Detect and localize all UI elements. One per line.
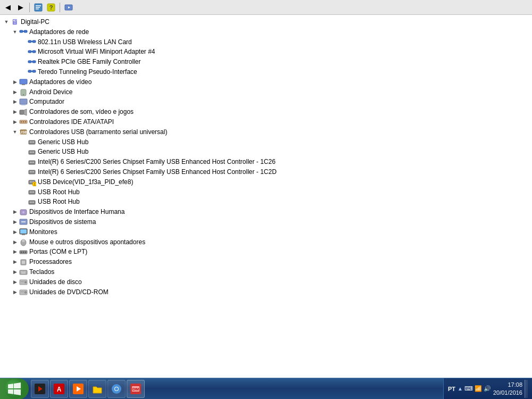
svg-rect-65 bbox=[31, 202, 32, 203]
generic-hub-1-label: Generic USB Hub bbox=[38, 138, 530, 147]
tree-item-usb-controllers[interactable]: ▼ USB Controladores USB (barramento seri… bbox=[2, 127, 530, 137]
svg-point-95 bbox=[25, 292, 26, 293]
disk-drives-toggle[interactable]: ▶ bbox=[11, 278, 19, 286]
properties-button[interactable] bbox=[32, 2, 44, 13]
device-manager-tree[interactable]: ▼ 🖥 Digital-PC ▼ Adaptadores de rede ▶ 8… bbox=[0, 15, 532, 378]
tree-item-usb-device[interactable]: ▶ ! USB Device(VID_1f3a_PID_efe8) bbox=[2, 177, 530, 187]
svg-rect-39 bbox=[31, 142, 32, 143]
mouse-toggle[interactable]: ▶ bbox=[11, 238, 19, 246]
show-desktop-button[interactable] bbox=[525, 380, 528, 398]
svg-point-26 bbox=[23, 94, 24, 95]
tree-item-dvd-rom[interactable]: ▶ Unidades de DVD/CD-ROM bbox=[2, 287, 530, 297]
svg-rect-8 bbox=[20, 30, 23, 32]
tree-item-hid[interactable]: ▶ Dispositivos de Interface Humana bbox=[2, 207, 530, 217]
svg-rect-1 bbox=[36, 5, 41, 6]
ports-toggle[interactable]: ▶ bbox=[11, 248, 19, 256]
intel-usb-1c2d-label: Intel(R) 6 Series/C200 Series Chipset Fa… bbox=[38, 168, 530, 177]
back-button[interactable]: ◀ bbox=[2, 2, 14, 13]
teredo-label: Teredo Tunneling Pseudo-Interface bbox=[38, 68, 530, 77]
tree-item-sound[interactable]: ▶ Controladores de som, vídeo e jogos bbox=[2, 107, 530, 117]
svg-rect-82 bbox=[22, 261, 25, 264]
start-button[interactable] bbox=[0, 378, 29, 400]
tree-item-video-adapters[interactable]: ▶ Adaptadores de vídeo bbox=[2, 77, 530, 87]
tree-item-android-device[interactable]: ▶ Android Device bbox=[2, 87, 530, 97]
tree-item-wifi-card[interactable]: ▶ 802.11n USB Wireless LAN Card bbox=[2, 37, 530, 47]
computer-toggle[interactable]: ▶ bbox=[11, 98, 19, 106]
disk-drives-label: Unidades de disco bbox=[29, 278, 530, 287]
processors-toggle[interactable]: ▶ bbox=[11, 258, 19, 267]
taskbar-volume-icon[interactable]: 🔊 bbox=[484, 385, 491, 392]
taskbar-lang: PT bbox=[448, 386, 455, 392]
video-adapters-toggle[interactable]: ▶ bbox=[11, 78, 19, 86]
tree-item-generic-hub-1[interactable]: ▶ Generic USB Hub bbox=[2, 137, 530, 147]
tree-item-mouse[interactable]: ▶ Mouse e outros dispositivos apontadore… bbox=[2, 237, 530, 247]
keyboard-icon bbox=[19, 268, 28, 276]
svg-marker-30 bbox=[24, 109, 27, 115]
tree-item-ide[interactable]: ▶ Controladores IDE ATA/ATAPI bbox=[2, 117, 530, 127]
tree-root[interactable]: ▼ 🖥 Digital-PC bbox=[2, 17, 530, 27]
svg-rect-73 bbox=[22, 234, 25, 235]
tree-item-virtual-wifi[interactable]: ▶ Microsoft Virtual WiFi Miniport Adapte… bbox=[2, 47, 530, 57]
system-devices-toggle[interactable]: ▶ bbox=[11, 218, 19, 226]
taskbar-app-acrobat[interactable]: A bbox=[50, 380, 68, 398]
wifi-card-label: 802.11n USB Wireless LAN Card bbox=[38, 38, 530, 47]
android-device-label: Android Device bbox=[29, 88, 530, 97]
tree-item-keyboards[interactable]: ▶ Teclados bbox=[2, 267, 530, 277]
keyboards-toggle[interactable]: ▶ bbox=[11, 268, 19, 276]
svg-rect-46 bbox=[30, 162, 31, 163]
monitors-toggle[interactable]: ▶ bbox=[11, 228, 19, 236]
svg-rect-23 bbox=[20, 79, 27, 84]
tree-item-usb-root-hub-1[interactable]: ▶ USB Root Hub bbox=[2, 187, 530, 197]
svg-rect-3 bbox=[36, 9, 39, 10]
ide-toggle[interactable]: ▶ bbox=[11, 118, 19, 126]
usb-device-label: USB Device(VID_1f3a_PID_efe8) bbox=[38, 178, 530, 187]
video-adapters-label: Adaptadores de vídeo bbox=[29, 78, 530, 87]
tree-item-disk-drives[interactable]: ▶ Unidades de disco bbox=[2, 277, 530, 287]
tree-item-ports[interactable]: ▶ Portas (COM e LPT) bbox=[2, 247, 530, 257]
android-device-toggle[interactable]: ▶ bbox=[11, 88, 19, 96]
tree-item-intel-usb-1c2d[interactable]: ▶ Intel(R) 6 Series/C200 Series Chipset … bbox=[2, 167, 530, 177]
tree-item-computer[interactable]: ▶ Computador bbox=[2, 97, 530, 107]
tree-item-intel-usb-1c26[interactable]: ▶ Intel(R) 6 Series/C200 Series Chipset … bbox=[2, 157, 530, 167]
svg-point-90 bbox=[24, 281, 27, 284]
root-toggle[interactable]: ▼ bbox=[2, 18, 11, 26]
network-adapters-toggle[interactable]: ▼ bbox=[11, 28, 19, 36]
svg-rect-88 bbox=[21, 273, 26, 274]
tree-item-system-devices[interactable]: ▶ Dispositivos de sistema bbox=[2, 217, 530, 227]
hid-toggle[interactable]: ▶ bbox=[11, 208, 19, 217]
android-icon bbox=[19, 88, 28, 96]
taskbar-app-player[interactable] bbox=[69, 380, 87, 398]
taskbar-expand-icon[interactable]: ▲ bbox=[458, 386, 463, 392]
monitor-icon bbox=[19, 228, 28, 236]
svg-rect-42 bbox=[30, 152, 31, 153]
tree-item-realtek[interactable]: ▶ Realtek PCIe GBE Family Controller bbox=[2, 57, 530, 67]
tree-item-processors[interactable]: ▶ Processadores bbox=[2, 257, 530, 267]
usb-controllers-toggle[interactable]: ▼ bbox=[11, 128, 19, 136]
svg-rect-24 bbox=[22, 84, 25, 85]
svg-rect-62 bbox=[33, 192, 34, 193]
taskbar-apps: A DM bbox=[31, 380, 443, 398]
taskbar-app-media[interactable] bbox=[31, 380, 49, 398]
taskbar-app-explorer[interactable] bbox=[88, 380, 106, 398]
usb-root-hub-1-label: USB Root Hub bbox=[38, 188, 530, 197]
help-button[interactable]: ? bbox=[45, 2, 57, 13]
taskbar-clock[interactable]: 17:08 20/01/2016 bbox=[493, 381, 522, 396]
taskbar-app-chrome[interactable] bbox=[107, 380, 126, 398]
svg-rect-48 bbox=[33, 162, 34, 163]
svg-rect-87 bbox=[26, 271, 26, 272]
processors-label: Processadores bbox=[29, 257, 530, 267]
computer-label: Computador bbox=[29, 97, 530, 106]
dvd-rom-toggle[interactable]: ▶ bbox=[11, 288, 19, 296]
taskbar-app-device-manager[interactable]: DM bbox=[127, 380, 145, 398]
svg-text:DM: DM bbox=[132, 387, 139, 392]
tree-item-monitors[interactable]: ▶ Monitores bbox=[2, 227, 530, 237]
tree-item-teredo[interactable]: ▶ Teredo Tunneling Pseudo-Interface bbox=[2, 67, 530, 77]
ide-icon bbox=[19, 118, 28, 126]
scan-button[interactable] bbox=[63, 2, 74, 13]
svg-rect-85 bbox=[22, 271, 23, 272]
tree-item-network-adapters[interactable]: ▼ Adaptadores de rede bbox=[2, 27, 530, 37]
forward-button[interactable]: ▶ bbox=[15, 2, 27, 13]
tree-item-usb-root-hub-2[interactable]: ▶ USB Root Hub bbox=[2, 197, 530, 207]
sound-toggle[interactable]: ▶ bbox=[11, 108, 19, 117]
tree-item-generic-hub-2[interactable]: ▶ Generic USB Hub bbox=[2, 147, 530, 157]
